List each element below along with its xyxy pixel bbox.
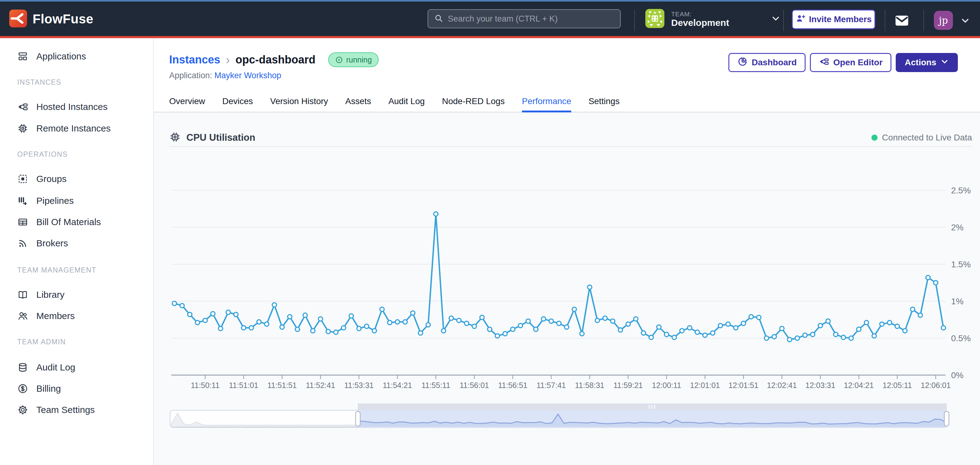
gear-icon (17, 404, 28, 415)
notifications-mail-icon[interactable] (894, 13, 910, 29)
groups-icon (17, 173, 28, 184)
pipelines-icon (17, 195, 28, 206)
team-name: Development (671, 18, 729, 28)
svg-text:11:58:31: 11:58:31 (575, 381, 604, 390)
sidebar-section-team-management: TEAM MANAGEMENT (17, 266, 97, 274)
sidebar-item-label: Brokers (36, 238, 68, 249)
sidebar-item-remote-instances[interactable]: Remote Instances (17, 121, 111, 136)
sidebar-item-members[interactable]: Members (17, 308, 75, 323)
user-initials: jp (939, 15, 948, 26)
sidebar-section-instances: INSTANCES (17, 78, 61, 86)
sidebar-item-label: Library (36, 289, 65, 300)
brand[interactable]: FlowFuse (9, 10, 94, 29)
user-menu-chevron-down-icon[interactable] (960, 16, 970, 26)
user-avatar[interactable]: jp (934, 11, 953, 30)
dashboard-button[interactable]: Dashboard (729, 53, 806, 72)
sidebar-item-label: Bill Of Materials (36, 217, 101, 227)
top-navbar: FlowFuse (0, 0, 980, 38)
svg-text:11:54:21: 11:54:21 (383, 381, 412, 390)
actions-button[interactable]: Actions (896, 53, 958, 72)
brand-name: FlowFuse (33, 12, 94, 27)
svg-text:0%: 0% (951, 371, 963, 380)
sidebar-item-library[interactable]: Library (17, 287, 65, 302)
chip-icon (17, 123, 28, 134)
svg-text:11:53:31: 11:53:31 (344, 381, 374, 390)
team-chevron-down-icon (771, 14, 781, 25)
tab-version-history[interactable]: Version History (270, 96, 328, 112)
brokers-rss-icon (17, 238, 28, 249)
tab-assets[interactable]: Assets (345, 96, 371, 112)
svg-text:12:05:11: 12:05:11 (883, 381, 912, 390)
sidebar-item-applications[interactable]: Applications (17, 49, 86, 64)
user-plus-icon (795, 14, 805, 26)
tab-settings[interactable]: Settings (589, 96, 619, 112)
sidebar-item-label: Team Settings (36, 405, 95, 415)
team-switcher[interactable]: TEAM: Development (645, 9, 781, 29)
nav-divider (923, 10, 924, 31)
sidebar-item-label: Billing (36, 384, 61, 394)
tab-performance[interactable]: Performance (522, 96, 571, 112)
tab-devices[interactable]: Devices (223, 96, 253, 112)
svg-text:11:59:21: 11:59:21 (613, 381, 643, 390)
sidebar-item-audit-log[interactable]: Audit Log (17, 360, 75, 375)
sidebar-item-hosted-instances[interactable]: Hosted Instances (17, 99, 108, 114)
tab-overview[interactable]: Overview (169, 96, 205, 112)
tab-node-red-logs[interactable]: Node-RED Logs (442, 96, 505, 112)
open-editor-button[interactable]: Open Editor (810, 53, 891, 72)
header-actions: Dashboard Open Editor Actions (729, 53, 958, 72)
sidebar-item-groups[interactable]: Groups (17, 171, 67, 186)
sidebar-item-brokers[interactable]: Brokers (17, 236, 68, 251)
team-search[interactable] (428, 9, 621, 28)
sidebar-item-label: Hosted Instances (36, 102, 108, 112)
hosted-instances-icon (17, 101, 28, 112)
sidebar-item-label: Pipelines (36, 195, 74, 206)
svg-text:11:52:41: 11:52:41 (306, 381, 335, 390)
page: FlowFuse (0, 0, 980, 465)
svg-text:12:04:21: 12:04:21 (844, 381, 873, 390)
sidebar-item-label: Groups (36, 174, 67, 184)
svg-text:11:50:11: 11:50:11 (191, 381, 220, 390)
svg-text:12:03:31: 12:03:31 (805, 381, 835, 390)
team-avatar (645, 9, 664, 29)
search-input[interactable] (448, 14, 614, 24)
flowfuse-logo-icon (9, 10, 27, 29)
nav-divider (634, 10, 635, 31)
team-label: TEAM: (671, 10, 729, 18)
nav-divider (783, 10, 784, 31)
svg-text:12:06:01: 12:06:01 (921, 381, 950, 390)
invite-members-label: Invite Members (809, 14, 872, 24)
dashboard-button-label: Dashboard (752, 58, 797, 67)
svg-text:11:57:41: 11:57:41 (536, 381, 566, 390)
bill-of-materials-icon (17, 216, 28, 228)
billing-dollar-icon (17, 383, 28, 394)
sidebar-item-label: Remote Instances (36, 123, 111, 134)
svg-text:12:01:01: 12:01:01 (690, 381, 720, 390)
members-users-icon (17, 310, 28, 321)
instance-header: Instances › opc-dashboard running Applic… (154, 38, 980, 112)
svg-text:11:51:51: 11:51:51 (267, 381, 296, 390)
svg-text:11:56:51: 11:56:51 (498, 381, 527, 390)
svg-text:1%: 1% (951, 297, 963, 306)
svg-text:12:01:51: 12:01:51 (729, 381, 758, 390)
sidebar-item-label: Audit Log (36, 362, 75, 372)
sidebar-item-team-settings[interactable]: Team Settings (17, 403, 95, 417)
open-editor-button-label: Open Editor (833, 58, 883, 67)
svg-text:2.5%: 2.5% (951, 186, 971, 195)
applications-icon (17, 51, 28, 62)
instance-tabs: Overview Devices Version History Assets … (169, 38, 619, 112)
actions-button-label: Actions (905, 58, 936, 67)
sidebar-item-label: Applications (36, 51, 86, 62)
svg-text:12:02:41: 12:02:41 (767, 381, 797, 390)
svg-text:11:56:01: 11:56:01 (460, 381, 489, 390)
sidebar-item-pipelines[interactable]: Pipelines (17, 193, 74, 208)
sidebar-item-billing[interactable]: Billing (17, 381, 61, 396)
svg-text:2%: 2% (951, 223, 963, 232)
cpu-utilisation-chart[interactable]: 0%0.5%1%1.5%2%2.5%11:50:1111:51:0111:51:… (154, 112, 980, 439)
svg-text:0.5%: 0.5% (951, 334, 971, 343)
chevron-down-icon (940, 57, 949, 68)
node-red-flow-icon (819, 56, 829, 69)
tab-audit-log[interactable]: Audit Log (388, 96, 425, 112)
sidebar-item-bill-of-materials[interactable]: Bill Of Materials (17, 215, 101, 229)
invite-members-button[interactable]: Invite Members (792, 10, 875, 29)
database-icon (17, 362, 28, 373)
